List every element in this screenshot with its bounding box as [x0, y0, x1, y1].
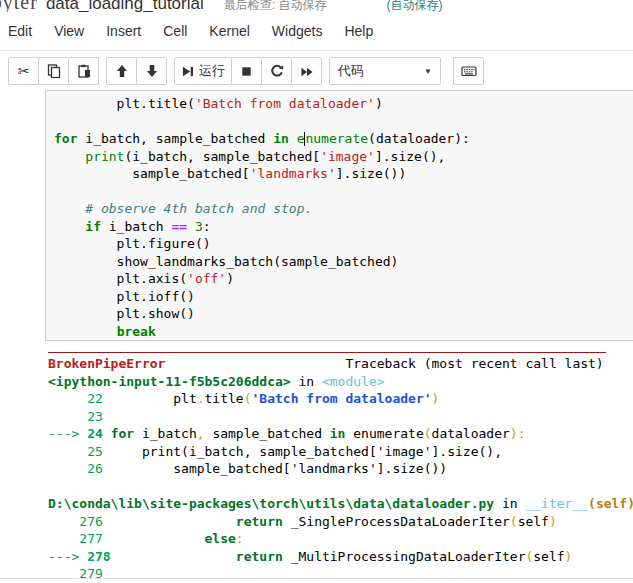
scissors-icon: ✂ [18, 64, 30, 78]
code-editor[interactable]: plt.title('Batch from dataloader')for i_… [46, 91, 633, 341]
interrupt-kernel-button[interactable] [231, 57, 262, 85]
step-forward-icon [181, 65, 194, 78]
arrow-up-icon [115, 64, 129, 78]
run-cell-button[interactable]: 运行 [174, 57, 232, 85]
menu-cell[interactable]: Cell [163, 23, 187, 39]
menu-view[interactable]: View [54, 23, 84, 39]
stop-icon [240, 65, 253, 78]
traceback-divider-line [48, 352, 606, 353]
jupyter-logo[interactable]: Jupyter [0, 0, 38, 12]
arrow-down-icon [145, 64, 159, 78]
menu-insert[interactable]: Insert [106, 23, 141, 39]
window-title-strip: Jupyter data_loading_tutorial 最后检查: 自动保存… [0, 0, 633, 12]
run-button-label: 运行 [199, 62, 225, 80]
fast-forward-icon [300, 65, 314, 78]
copy-icon [47, 64, 61, 78]
paste-cell-button[interactable] [68, 57, 99, 85]
clipboard-group: ✂ [8, 57, 98, 85]
traceback-text: BrokenPipeError Traceback (most recent c… [48, 356, 633, 583]
toolbar: ✂ [0, 51, 633, 90]
menu-help[interactable]: Help [344, 23, 373, 39]
notebook-title[interactable]: data_loading_tutorial [46, 0, 204, 12]
restart-refresh-icon [270, 64, 284, 78]
cut-cell-button[interactable]: ✂ [8, 57, 39, 85]
move-cell-up-button[interactable] [106, 57, 137, 85]
menu-kernel[interactable]: Kernel [209, 23, 249, 39]
autosave-status: (自动保存) [386, 0, 442, 12]
checkpoint-text: 最后检查: 自动保存 [224, 0, 327, 12]
cell-type-value: 代码 [338, 62, 364, 80]
restart-run-all-button[interactable] [291, 57, 322, 85]
execute-group: 运行 [174, 57, 321, 85]
restart-kernel-button[interactable] [261, 57, 292, 85]
menu-edit[interactable]: Edit [8, 23, 32, 39]
cell-output-area: BrokenPipeError Traceback (most recent c… [48, 346, 633, 583]
copy-cell-button[interactable] [38, 57, 69, 85]
menubar: Edit View Insert Cell Kernel Widgets Hel… [0, 12, 633, 51]
code-cell-input[interactable]: plt.title('Batch from dataloader')for i_… [45, 90, 633, 341]
bottom-divider [0, 578, 633, 579]
paste-icon [77, 64, 91, 78]
window-title-row: Jupyter data_loading_tutorial 最后检查: 自动保存… [0, 0, 442, 12]
keyboard-icon [461, 64, 477, 78]
cell-type-dropdown[interactable]: 代码 ▼ [329, 57, 441, 85]
chevron-down-icon: ▼ [424, 67, 432, 76]
menu-widgets[interactable]: Widgets [272, 23, 323, 39]
move-group [106, 57, 166, 85]
command-palette-button[interactable] [453, 57, 484, 85]
move-cell-down-button[interactable] [136, 57, 167, 85]
